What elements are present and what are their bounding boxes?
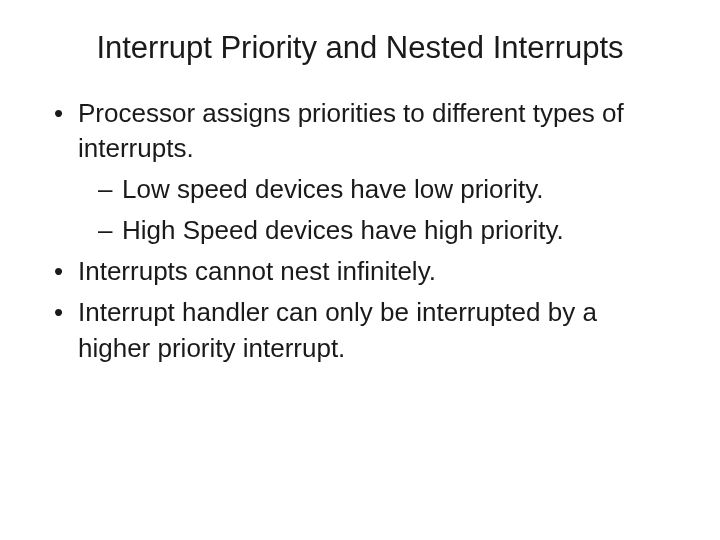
bullet-text: Interrupt handler can only be interrupte… — [78, 297, 597, 362]
bullet-list: Processor assigns priorities to differen… — [50, 96, 670, 366]
bullet-text: Interrupts cannot nest infinitely. — [78, 256, 436, 286]
list-item: Low speed devices have low priority. — [98, 172, 670, 207]
slide: Interrupt Priority and Nested Interrupts… — [0, 0, 720, 540]
bullet-text: Processor assigns priorities to differen… — [78, 98, 624, 163]
bullet-text: High Speed devices have high priority. — [122, 215, 564, 245]
list-item: Interrupts cannot nest infinitely. — [50, 254, 670, 289]
slide-title: Interrupt Priority and Nested Interrupts — [50, 30, 670, 66]
bullet-text: Low speed devices have low priority. — [122, 174, 544, 204]
slide-content: Processor assigns priorities to differen… — [50, 96, 670, 366]
list-item: Interrupt handler can only be interrupte… — [50, 295, 670, 365]
list-item: Processor assigns priorities to differen… — [50, 96, 670, 248]
list-item: High Speed devices have high priority. — [98, 213, 670, 248]
sub-bullet-list: Low speed devices have low priority. Hig… — [78, 172, 670, 248]
